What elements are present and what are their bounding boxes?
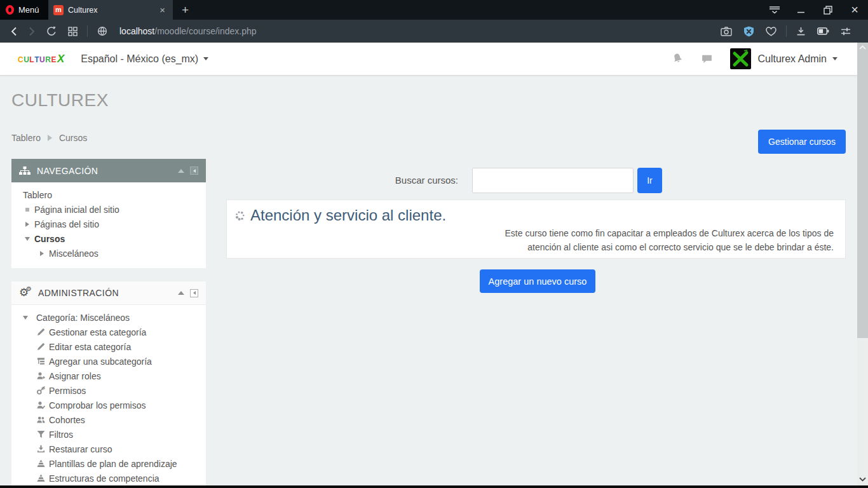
administration-item[interactable]: Agregar una subcategoría xyxy=(11,354,206,369)
logo-letter: C xyxy=(18,55,24,64)
logo-letter: U xyxy=(39,55,45,64)
site-logo[interactable]: CULTUREX xyxy=(18,53,64,65)
administration-item-label[interactable]: Cohortes xyxy=(49,415,85,425)
breadcrumb-link-courses[interactable]: Cursos xyxy=(59,133,87,143)
administration-item-label[interactable]: Gestionar esta categoría xyxy=(49,327,146,337)
administration-item-label[interactable]: Estructuras de competencia xyxy=(49,473,159,484)
logo-letter: X xyxy=(57,53,64,65)
search-go-button[interactable]: Ir xyxy=(637,168,662,193)
users-icon xyxy=(37,416,45,424)
user-menu-label[interactable]: Culturex Admin xyxy=(758,53,827,65)
collapse-block-icon[interactable] xyxy=(178,169,184,173)
logo-letter: T xyxy=(34,55,39,64)
administration-item[interactable]: Categoría: Misceláneos xyxy=(11,310,206,325)
administration-item[interactable]: Comprobar los permisos xyxy=(11,398,206,412)
tab-close-icon[interactable]: × xyxy=(157,4,168,16)
administration-item[interactable]: Asignar roles xyxy=(11,369,206,383)
navigation-item[interactable]: Páginas del sitio xyxy=(11,217,206,231)
downloads-icon[interactable] xyxy=(790,20,811,43)
scroll-up-icon[interactable] xyxy=(857,45,868,50)
speed-dial-icon[interactable] xyxy=(62,20,83,43)
administration-item[interactable]: Gestionar esta categoría xyxy=(11,325,206,339)
levels-icon xyxy=(37,474,45,482)
notifications-bell-icon[interactable] xyxy=(663,53,693,65)
administration-item-label[interactable]: Plantillas de plan de aprendizaje xyxy=(49,459,177,469)
tree-toggle-icon[interactable] xyxy=(24,222,31,227)
new-tab-button[interactable]: + xyxy=(177,0,194,20)
breadcrumb-separator-icon xyxy=(48,135,52,141)
navigation-item[interactable]: Cursos xyxy=(11,231,206,246)
administration-item[interactable]: Editar esta categoría xyxy=(11,339,206,354)
administration-item-label[interactable]: Permisos xyxy=(49,386,86,396)
course-link[interactable]: Atención y servicio al cliente. xyxy=(250,207,446,224)
reload-button[interactable] xyxy=(41,20,62,43)
page-title: CULTUREX xyxy=(11,90,109,111)
add-course-button[interactable]: Agregar un nuevo curso xyxy=(480,269,595,293)
minimize-button[interactable] xyxy=(788,0,815,20)
manage-courses-button[interactable]: Gestionar cursos xyxy=(758,130,846,154)
user-avatar[interactable] xyxy=(730,48,751,69)
course-description: Este curso tiene como fin capacitar a em… xyxy=(478,227,834,254)
pencil-icon xyxy=(37,342,45,351)
tab-menu-icon[interactable] xyxy=(761,0,788,20)
administration-item[interactable]: Plantillas de plan de aprendizaje xyxy=(11,456,206,471)
site-globe-icon[interactable] xyxy=(92,20,113,43)
administration-block: ⚙ ⚙ ADMINISTRACIÓN Categoría: Misceláneo… xyxy=(11,281,206,488)
administration-item-label[interactable]: Editar esta categoría xyxy=(49,342,131,352)
battery-icon[interactable] xyxy=(811,20,835,43)
address-bar-actions xyxy=(715,20,857,43)
navigation-item-label[interactable]: Tablero xyxy=(23,190,52,200)
administration-item[interactable]: Filtros xyxy=(11,427,206,442)
administration-item-label[interactable]: Asignar roles xyxy=(49,371,101,381)
close-window-button[interactable]: × xyxy=(841,0,868,20)
bookmark-heart-icon[interactable] xyxy=(760,20,782,43)
url-field[interactable]: localhost/moodle/course/index.php xyxy=(119,26,257,36)
search-courses-input[interactable] xyxy=(472,168,634,193)
forward-button[interactable] xyxy=(23,20,41,43)
administration-item[interactable]: Cohortes xyxy=(11,412,206,427)
scroll-down-icon[interactable] xyxy=(857,477,868,482)
scrollbar-thumb[interactable] xyxy=(857,43,868,338)
snapshot-camera-icon[interactable] xyxy=(715,20,738,43)
dock-block-icon[interactable] xyxy=(190,289,198,297)
navigation-item[interactable]: Tablero xyxy=(11,187,206,202)
divider xyxy=(786,25,787,37)
administration-item-label[interactable]: Comprobar los permisos xyxy=(49,400,146,410)
chevron-down-icon xyxy=(203,57,208,60)
adblock-shield-icon[interactable] xyxy=(738,20,760,43)
administration-item-label[interactable]: Filtros xyxy=(49,430,73,440)
tree-toggle-icon[interactable] xyxy=(24,237,31,241)
navigation-item-label[interactable]: Página inicial del sitio xyxy=(34,205,119,215)
language-selector-label: Español - México (es_mx) xyxy=(81,53,198,65)
back-button[interactable] xyxy=(5,20,23,43)
browser-tab[interactable]: m Culturex × xyxy=(48,0,173,20)
navigation-item[interactable]: Misceláneos xyxy=(11,246,206,261)
opera-menu-button[interactable]: Menú xyxy=(0,0,48,20)
language-selector[interactable]: Español - México (es_mx) xyxy=(81,53,208,65)
administration-item[interactable]: Permisos xyxy=(11,383,206,398)
messages-icon[interactable] xyxy=(693,54,721,64)
administration-item[interactable]: Estructuras de competencia xyxy=(11,471,206,485)
page-content: CULTUREX Tablero Cursos Gestionar cursos… xyxy=(0,76,857,488)
administration-item[interactable]: Restaurar curso xyxy=(11,442,206,456)
navigation-item-label[interactable]: Cursos xyxy=(34,234,65,244)
page-scrollbar[interactable] xyxy=(857,43,868,488)
pencil-icon xyxy=(37,328,45,336)
tree-toggle-icon[interactable] xyxy=(38,251,45,256)
administration-item-label[interactable]: Restaurar curso xyxy=(49,444,112,454)
tree-toggle-icon[interactable] xyxy=(22,316,29,320)
administration-item-label[interactable]: Agregar una subcategoría xyxy=(49,356,152,367)
navigation-block-title: NAVEGACIÓN xyxy=(37,166,98,176)
navigation-item[interactable]: Página inicial del sitio xyxy=(11,202,206,217)
navigation-item-label[interactable]: Misceláneos xyxy=(49,248,98,259)
administration-tree: Categoría: MisceláneosGestionar esta cat… xyxy=(11,305,206,488)
course-card: Atención y servicio al cliente. Este cur… xyxy=(226,200,846,259)
restore-window-button[interactable] xyxy=(815,0,841,20)
navigation-block-header: NAVEGACIÓN xyxy=(11,159,206,182)
breadcrumb-link-dashboard[interactable]: Tablero xyxy=(11,133,41,143)
administration-item-label[interactable]: Categoría: Misceláneos xyxy=(36,313,130,323)
dock-block-icon[interactable] xyxy=(190,166,198,175)
collapse-block-icon[interactable] xyxy=(178,291,184,295)
sidebar-settings-icon[interactable] xyxy=(835,20,857,43)
navigation-item-label[interactable]: Páginas del sitio xyxy=(34,219,99,229)
